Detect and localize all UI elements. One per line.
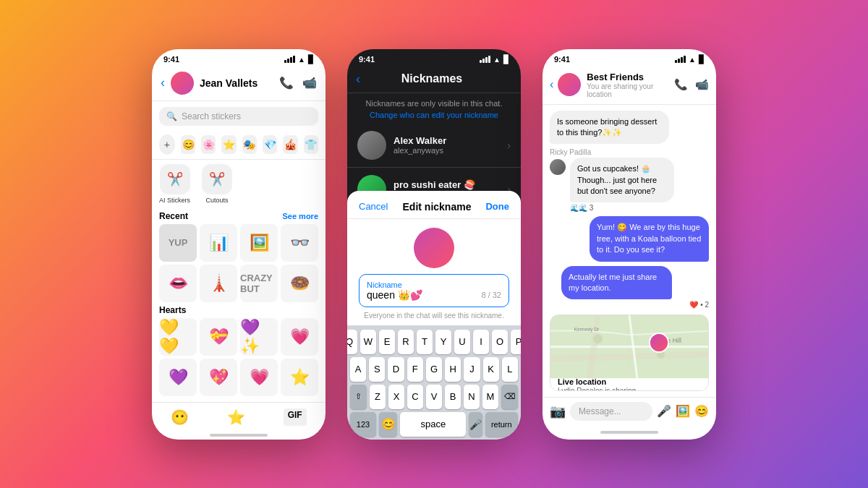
sticker-icon-6[interactable]: 🎪	[283, 135, 297, 154]
key-z[interactable]: Z	[370, 385, 386, 409]
key-c[interactable]: C	[407, 385, 423, 409]
keyboard-row-3: ⇧ Z X C V B N M ⌫	[350, 385, 518, 409]
nickname-input-label: Nickname	[367, 281, 501, 289]
chat-header-3: ‹ Best Friends You are sharing your loca…	[542, 67, 716, 105]
sticker-item[interactable]: 💝	[200, 318, 237, 356]
bubble-2: Got us cupcakes! 🧁 Though... just got he…	[570, 158, 674, 202]
key-emoji[interactable]: 😊	[379, 412, 397, 437]
phone-icon-1[interactable]: 📞	[279, 76, 294, 90]
key-p[interactable]: P	[511, 330, 521, 354]
nickname-input-container[interactable]: Nickname queen 👑💕 8 / 32	[359, 274, 509, 307]
key-y[interactable]: Y	[435, 330, 451, 354]
group-name: Best Friends	[587, 72, 674, 82]
key-r[interactable]: R	[398, 330, 414, 354]
sticker-item[interactable]: 💜✨	[240, 318, 278, 356]
sticker-search-bar[interactable]: 🔍 Search stickers	[159, 107, 318, 126]
key-e[interactable]: E	[379, 330, 395, 354]
key-g[interactable]: G	[426, 357, 442, 382]
nickname-input-value[interactable]: queen 👑💕	[367, 289, 422, 301]
phone-icon-3[interactable]: 📞	[674, 78, 688, 91]
sticker-icon-5[interactable]: 💎	[263, 135, 277, 154]
hearts-section-header: Hearts	[152, 302, 326, 318]
sticker-icon-7[interactable]: 👕	[304, 135, 318, 154]
add-sticker-button[interactable]: +	[159, 134, 175, 155]
modal-avatar-container	[347, 219, 521, 274]
hearts-stickers-grid: 💛💛 💝 💜✨ 💗 💜 💖 💗 ⭐	[152, 318, 326, 396]
video-icon-1[interactable]: 📹	[302, 76, 317, 90]
done-button[interactable]: Done	[485, 201, 509, 212]
key-l[interactable]: L	[502, 357, 518, 382]
key-j[interactable]: J	[464, 357, 480, 382]
key-q[interactable]: Q	[347, 330, 357, 354]
key-b[interactable]: B	[445, 385, 461, 409]
sticker-input-icon[interactable]: 😊	[694, 404, 709, 418]
battery-3: ▊	[699, 55, 705, 64]
mic-icon[interactable]: 🎤	[657, 404, 671, 418]
message-input[interactable]: Message...	[570, 402, 652, 421]
nickname-text-alex: Alex Walker alex_anyways	[393, 135, 500, 155]
key-f[interactable]: F	[407, 357, 423, 382]
sticker-item[interactable]: 💖	[200, 359, 237, 396]
key-w[interactable]: W	[360, 330, 376, 354]
sticker-item[interactable]: 🖼️	[240, 224, 278, 262]
key-x[interactable]: X	[388, 385, 404, 409]
back-button-2[interactable]: ‹	[356, 72, 360, 87]
key-h[interactable]: H	[445, 357, 461, 382]
key-mic[interactable]: 🎤	[469, 412, 482, 437]
video-icon-3[interactable]: 📹	[695, 78, 709, 91]
sticker-item[interactable]: 👓	[281, 224, 318, 262]
sticker-item[interactable]: 🍩	[281, 265, 318, 302]
sticker-icon-3[interactable]: ⭐	[221, 135, 236, 154]
sticker-icon-2[interactable]: 🌸	[201, 135, 216, 154]
modal-header: Cancel Edit nickname Done	[347, 191, 521, 219]
key-backspace[interactable]: ⌫	[501, 385, 518, 409]
key-shift[interactable]: ⇧	[350, 385, 367, 409]
back-button-1[interactable]: ‹	[161, 75, 165, 90]
signal-3	[675, 56, 686, 63]
back-button-3[interactable]: ‹	[550, 78, 553, 91]
wifi-1: ▲	[298, 56, 305, 64]
key-a[interactable]: A	[350, 357, 366, 382]
cutouts-category[interactable]: ✂️ Cutouts	[202, 164, 232, 204]
face-tab[interactable]: 😶	[171, 408, 189, 426]
star-tab[interactable]: ⭐	[227, 408, 245, 426]
sticker-item[interactable]: 💛💛	[159, 318, 197, 356]
contact-name-1: Jean Vallets	[200, 77, 279, 89]
sticker-item[interactable]: 💗	[281, 318, 318, 356]
key-s[interactable]: S	[369, 357, 385, 382]
sticker-item[interactable]: 👄	[159, 265, 197, 302]
key-return[interactable]: return	[485, 412, 518, 437]
map-avatar	[650, 334, 668, 351]
sticker-item[interactable]: 💜	[159, 359, 197, 396]
sticker-icon-1[interactable]: 😊	[181, 135, 195, 154]
key-d[interactable]: D	[388, 357, 404, 382]
sticker-item[interactable]: YUP	[159, 224, 197, 262]
key-n[interactable]: N	[464, 385, 480, 409]
key-o[interactable]: O	[492, 330, 508, 354]
bubble-1: Is someone bringing dessert to this thin…	[550, 111, 669, 145]
key-space[interactable]: space	[400, 412, 466, 437]
time-2: 9:41	[359, 55, 375, 64]
key-v[interactable]: V	[426, 385, 442, 409]
sticker-item[interactable]: CRAZY BUT	[240, 265, 278, 302]
sticker-item[interactable]: 🗼	[200, 265, 237, 302]
sticker-item[interactable]: 💗	[240, 359, 278, 396]
sticker-item[interactable]: ⭐	[281, 359, 318, 396]
header-actions-1: 📞 📹	[279, 76, 317, 90]
key-m[interactable]: M	[482, 385, 498, 409]
photo-icon[interactable]: 🖼️	[676, 404, 690, 418]
see-more-button[interactable]: See more	[282, 212, 318, 221]
gif-tab[interactable]: GIF	[284, 408, 307, 426]
key-123[interactable]: 123	[350, 412, 376, 437]
key-u[interactable]: U	[454, 330, 470, 354]
sticker-item[interactable]: 📊	[200, 224, 237, 262]
camera-icon[interactable]: 📷	[550, 403, 566, 419]
key-i[interactable]: I	[473, 330, 489, 354]
nickname-item-alex[interactable]: Alex Walker alex_anyways ›	[347, 124, 521, 168]
change-who-link[interactable]: Change who can edit your nickname	[370, 111, 498, 119]
key-t[interactable]: T	[417, 330, 433, 354]
sticker-icon-4[interactable]: 🎭	[242, 135, 257, 154]
ai-stickers-category[interactable]: ✂️ AI Stickers	[159, 164, 190, 204]
cancel-button[interactable]: Cancel	[359, 201, 388, 212]
key-k[interactable]: K	[483, 357, 499, 382]
